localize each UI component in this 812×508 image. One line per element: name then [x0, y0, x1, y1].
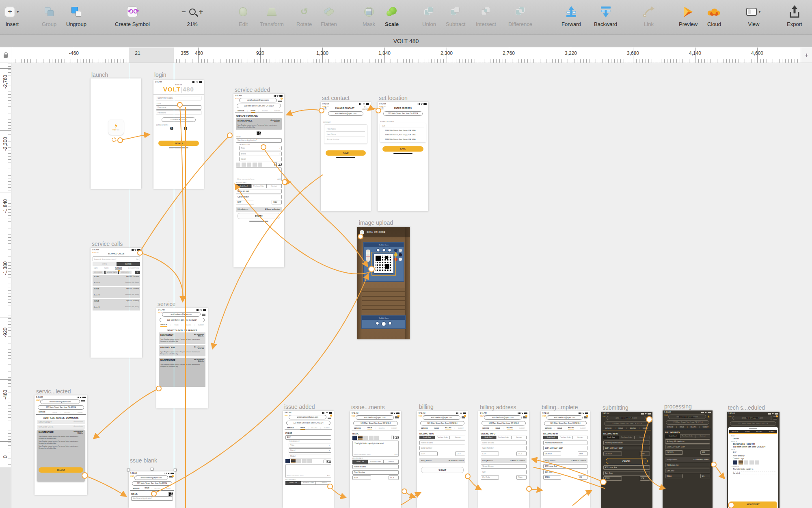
tab-service[interactable]: SERVICE: [160, 324, 167, 327]
emergency-card-dimmed[interactable]: EMERGENCY4hr minimum: [37, 420, 85, 424]
artboard-image-upload[interactable]: ‹SCAN QR CODE Task A1 Done Task A1 Done: [357, 227, 410, 339]
preview-button[interactable]: Preview: [679, 3, 698, 27]
scale-button[interactable]: Scale: [385, 3, 399, 27]
purchase-order-tab[interactable]: Purchase Order: [619, 436, 634, 440]
camera-icon[interactable]: [278, 163, 282, 166]
ccv-input[interactable]: CCV: [455, 452, 465, 456]
menu-icon[interactable]: 1: [328, 416, 331, 419]
exp-input[interactable]: EXP: [419, 452, 438, 456]
contract-tab[interactable]: Contract: [573, 436, 587, 440]
photo-thumbnails[interactable]: [352, 436, 399, 440]
artboard-billing-address[interactable]: 9:41 AM VOLT 480 amichealsson@apex.com1 …: [478, 411, 529, 508]
address-pill[interactable]: 123 Main Street San Jose CA 92114: [383, 111, 423, 116]
city-input[interactable]: San Jose: [665, 469, 710, 473]
comments-box[interactable]: Write comments here.Add: [236, 167, 282, 181]
username-input[interactable]: Username: [156, 105, 201, 110]
machine-input[interactable]: PLC: [285, 435, 331, 440]
export-button[interactable]: Export: [787, 3, 802, 27]
purchase-order-tab[interactable]: Purchase Order: [558, 436, 572, 440]
tab-issue[interactable]: ISSUE: [745, 431, 749, 432]
artboard-tech-scheduled[interactable]: 9:41 AM VOLT 480 amichealsson@apex.comSU…: [727, 412, 780, 508]
comments-box[interactable]: Write comments here.Add: [285, 464, 331, 478]
tab-billing[interactable]: BILLING: [154, 488, 160, 490]
cloud-button[interactable]: Cloud: [707, 3, 721, 27]
purchase-order-tab[interactable]: Purchase Order: [301, 481, 316, 485]
photo-thumbnails[interactable]: [285, 459, 331, 463]
contract-tab[interactable]: Contract: [383, 460, 399, 464]
email-pill[interactable]: amichealsson@apex.com: [289, 415, 326, 419]
save-button[interactable]: SAVE: [326, 150, 366, 156]
address-pill[interactable]: 123 Main Street San Jose CA 92114: [666, 420, 709, 425]
tab-billing[interactable]: BILLING: [507, 427, 513, 430]
first-name-input[interactable]: First Name: [326, 126, 365, 132]
type-dropdown[interactable]: Type▾: [289, 443, 331, 447]
tab-submit[interactable]: SUBMIT: [458, 428, 464, 430]
tab-submit[interactable]: SUBMIT: [78, 412, 83, 414]
artboard-title-service-calls[interactable]: service calls: [92, 241, 123, 247]
artboard-login[interactable]: 9:41 AM SIGN IN VOLT|480 COMPANY CODE LO…: [153, 80, 204, 189]
add-button[interactable]: Add: [327, 475, 330, 477]
tab-billing[interactable]: BILLING: [691, 426, 697, 429]
photo-qr[interactable]: [733, 460, 737, 465]
company-code-input[interactable]: COMPANY CODE: [156, 96, 201, 100]
artboard-issue-comments[interactable]: 9:41 AM VOLT 480 amichealsson@apex.com1 …: [350, 411, 401, 508]
address-suggestion[interactable]: 2236 30th Street, San Diego, CA. USA: [382, 137, 424, 141]
menu-icon[interactable]: 1: [523, 416, 527, 419]
cancel-button[interactable]: CANCEL: [606, 458, 648, 464]
artboard-billing[interactable]: 9:41 AM VOLT 480 amichealsson@apex.com1 …: [417, 411, 468, 508]
address-pill[interactable]: 123 Main Street San Jose CA 92114: [38, 405, 84, 410]
city-input[interactable]: San Jose: [543, 470, 587, 474]
card-number-input[interactable]: 1234 1234 1234 1234: [665, 445, 710, 449]
card-number-input[interactable]: Card Number: [481, 446, 527, 450]
exp-input[interactable]: 09/2019: [665, 450, 683, 455]
artboard-title-issue-added[interactable]: issue added: [284, 404, 315, 410]
artboard-title-service-selected[interactable]: servic...lected: [36, 388, 71, 395]
photo-thumbnails[interactable]: [236, 163, 282, 167]
add-button[interactable]: +: [801, 48, 812, 63]
forward-button[interactable]: Forward: [561, 3, 581, 27]
artboard-set-location[interactable]: 9:41 AM VOLT 480 ‹ ENTER ADDRESS 123 Mai…: [378, 102, 428, 211]
ccv-input[interactable]: CCV: [516, 452, 527, 456]
billing-address-row[interactable]: Billing Address☐ Same as Contact: [665, 457, 710, 462]
menu-icon[interactable]: 1: [395, 416, 399, 419]
tab-submit[interactable]: SUBMIT: [324, 427, 330, 430]
credit-card-tab[interactable]: Credit Card: [236, 184, 251, 188]
tab-issue[interactable]: ISSUE: [52, 412, 57, 414]
street-input[interactable]: 456 Lunar Ave: [543, 464, 587, 469]
address-pill[interactable]: 123 Main Street San Jose CA 92114: [237, 104, 281, 108]
insert-button[interactable]: +▼ Insert: [5, 3, 19, 27]
ccv-input[interactable]: 999: [700, 450, 710, 455]
tab-service[interactable]: SERVICE: [605, 428, 612, 430]
exp-input[interactable]: EXP: [352, 475, 371, 480]
vertical-ruler[interactable]: -2,760 -2,300 -1,840 -1,380 -920 -460 0: [0, 48, 11, 508]
list-icon[interactable]: [274, 163, 277, 166]
lock-icon[interactable]: [4, 54, 8, 58]
card-number-input[interactable]: Card Number: [419, 446, 465, 450]
email-pill[interactable]: amichealsson@apex.com: [423, 415, 460, 420]
menu-icon[interactable]: 1: [584, 416, 587, 419]
view-button[interactable]: ▼ View: [746, 3, 761, 27]
name-on-card-input[interactable]: Name on card: [236, 189, 282, 193]
card-number-input[interactable]: 1234 1234 1234 1234: [543, 446, 587, 450]
billing-address-row[interactable]: Billing Address☑ Same as Contact: [236, 207, 282, 212]
zoom-control[interactable]: −+ 21%: [181, 3, 203, 27]
submit-button[interactable]: SUBMIT: [238, 213, 280, 219]
artboard-title-billing[interactable]: billing: [419, 404, 434, 410]
tab-service[interactable]: SERVICE: [238, 110, 244, 113]
tab-billing[interactable]: BILLING: [756, 431, 762, 432]
qr-code-icon[interactable]: [257, 131, 261, 135]
card-number-input[interactable]: Card Number: [352, 470, 399, 475]
credit-card-tab[interactable]: Credit Card: [603, 436, 619, 440]
tab-billing[interactable]: BILLING: [379, 428, 385, 430]
tab-billing[interactable]: BILLING: [185, 324, 191, 327]
tab-submit[interactable]: SUBMIT: [519, 428, 525, 430]
billing-address-row[interactable]: Billing Address☐ Same as Contact: [543, 458, 587, 463]
purchase-order-tab[interactable]: Purchase Order: [680, 434, 695, 439]
state-input[interactable]: CA: [578, 475, 587, 480]
list-icon[interactable]: [324, 460, 326, 463]
artboard-submitting[interactable]: 9:41 AM VOLT 480 amichealsson@apex.comSU…: [601, 412, 652, 508]
name-on-card-input[interactable]: Name on card: [481, 441, 527, 445]
model-input[interactable]: Model: [289, 454, 331, 458]
col-number[interactable]: NUMBER: [115, 267, 122, 269]
artboard-service-selected[interactable]: 9:41 AM VOLT 480 amichealsson@apex.com 1…: [35, 395, 87, 495]
